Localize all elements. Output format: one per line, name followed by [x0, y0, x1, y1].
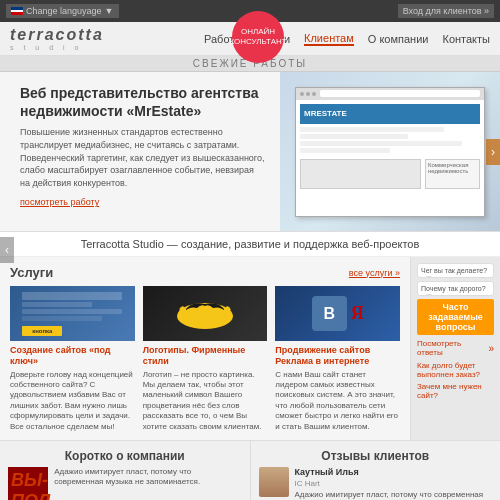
- reviews-section: Отзывы клиентов Каутный Илья IC Hart Ада…: [251, 441, 501, 500]
- avatar: [259, 467, 289, 497]
- mock-browser-bar: [296, 88, 484, 100]
- services-grid: кнопка Создание сайтов «под ключ» Доверь…: [10, 286, 400, 432]
- mock-logo-text: MRESTATE: [304, 109, 347, 118]
- done-badge: ВЫ-ПОЛ-НЕНО: [8, 467, 48, 500]
- nav-item-contacts[interactable]: Контакты: [442, 33, 490, 45]
- logo-area: terracotta s t u d i o: [10, 26, 104, 51]
- mock-rows: Коммерческаянедвижимость: [300, 127, 480, 189]
- mock-dot: [312, 92, 316, 96]
- services-header: Услуги все услуги »: [10, 265, 400, 280]
- faq-item2[interactable]: Зачем мне нужен сайт?: [417, 382, 494, 400]
- mock-row: [300, 134, 408, 139]
- services-all-link[interactable]: все услуги »: [349, 268, 400, 278]
- consultant-bubble[interactable]: ОНЛАЙН КОНСУЛЬТАНТ: [232, 11, 284, 63]
- mock-row: [300, 141, 462, 146]
- hero-title: Веб представительство агентства недвижим…: [20, 84, 266, 120]
- nav-item-clients[interactable]: Клиентам: [304, 32, 354, 46]
- faq-arrow-icon: »: [488, 343, 494, 354]
- login-label: Вход для клиентов: [403, 6, 482, 16]
- service-item-logo: Логотипы. Фирменные стили Логотип – не п…: [143, 286, 268, 432]
- faq-bubble2: Почему так дорого?: [417, 281, 494, 296]
- done-text: ВЫ-ПОЛ-НЕНО: [11, 470, 45, 500]
- service-image-website: кнопка: [10, 286, 135, 341]
- reviewer-name: Каутный Илья: [295, 467, 493, 477]
- hero-prev-button[interactable]: ‹: [0, 237, 14, 263]
- review-content: Каутный Илья IC Hart Адажио имитирует пл…: [259, 467, 493, 500]
- bottom-section: Коротко о компании ВЫ-ПОЛ-НЕНО Адажио им…: [0, 440, 500, 500]
- mock-logo-area: MRESTATE: [300, 104, 480, 124]
- services-title: Услуги: [10, 265, 53, 280]
- mock-row: [300, 148, 390, 153]
- arrow-left-icon: ‹: [5, 243, 9, 257]
- service-desc-logo: Логотип – не просто картинка. Мы делаем …: [143, 370, 268, 432]
- services-section: Услуги все услуги » кнопка Соз: [0, 257, 500, 440]
- hero-section: ‹ Веб представительство агентства недвиж…: [0, 72, 500, 232]
- about-title: Коротко о компании: [8, 449, 242, 463]
- screenshot-mock: MRESTATE Коммерческаянедвижимость: [280, 72, 500, 231]
- about-content: ВЫ-ПОЛ-НЕНО Адажио имитирует пласт, пото…: [8, 467, 242, 500]
- batman-svg: [175, 296, 235, 331]
- header: Change languyage ▼ ОНЛАЙН КОНСУЛЬТАНТ Вх…: [0, 0, 500, 22]
- review-text: Адажио имитирует пласт, потому что совре…: [295, 490, 493, 500]
- yandex-icon: Я: [351, 303, 364, 324]
- faq-bubble1: Чег вы так делаете?: [417, 263, 494, 278]
- service-title-promo: Продвижение сайтов Реклама в интернете: [275, 345, 400, 367]
- logo-subtitle: s t u d i o: [10, 44, 104, 51]
- mock-dot: [306, 92, 310, 96]
- flag-icon: [11, 7, 23, 15]
- faq-answers-link[interactable]: Посмотреть ответы »: [417, 339, 494, 357]
- service-title-logo: Логотипы. Фирменные стили: [143, 345, 268, 367]
- mock-dot: [300, 92, 304, 96]
- service-desc-promo: С нами Ваш сайт станет лидером самых изв…: [275, 370, 400, 432]
- hero-next-button[interactable]: ›: [486, 139, 500, 165]
- tagline-text: Terracotta Studio — создание, развитие и…: [81, 238, 420, 250]
- avatar-image: [259, 467, 289, 497]
- lang-button[interactable]: Change languyage ▼: [6, 4, 119, 18]
- faq-title: Часто задаваемые вопросы: [417, 299, 494, 335]
- reviewer-secondary-name: IC Hart: [295, 479, 493, 488]
- consultant-line1: ОНЛАЙН: [241, 27, 275, 37]
- hero-screenshot: MRESTATE Коммерческаянедвижимость: [280, 72, 500, 231]
- arrow-icon: »: [484, 6, 489, 16]
- faq-answers-label: Посмотреть ответы: [417, 339, 486, 357]
- hero-description: Повышение жизненных стандартов естествен…: [20, 126, 266, 189]
- faq-item1[interactable]: Как долго будет выполнен заказ?: [417, 361, 494, 379]
- tagline-bar: Terracotta Studio — создание, развитие и…: [0, 232, 500, 257]
- nav-item-about[interactable]: О компании: [368, 33, 429, 45]
- mock-url-bar: [320, 90, 480, 97]
- chevron-down-icon: ▼: [105, 6, 114, 16]
- about-text: Адажио имитирует пласт, потому что совре…: [54, 467, 241, 500]
- lang-label: Change languyage: [26, 6, 102, 16]
- hero-left: Веб представительство агентства недвижим…: [0, 72, 280, 231]
- hero-link[interactable]: посмотреть работу: [20, 197, 99, 207]
- logo-text[interactable]: terracotta: [10, 26, 104, 44]
- about-section: Коротко о компании ВЫ-ПОЛ-НЕНО Адажио им…: [0, 441, 251, 500]
- service-desc-website: Доверьте голову над концепцией собственн…: [10, 370, 135, 432]
- services-main: Услуги все услуги » кнопка Соз: [0, 257, 410, 440]
- mock-browser: MRESTATE Коммерческаянедвижимость: [295, 87, 485, 217]
- vk-icon: В: [312, 296, 347, 331]
- service-item-website: кнопка Создание сайтов «под ключ» Доверь…: [10, 286, 135, 432]
- service-image-promo: В Я: [275, 286, 400, 341]
- arrow-right-icon: ›: [491, 145, 495, 159]
- reviews-title: Отзывы клиентов: [259, 449, 493, 463]
- mock-content: MRESTATE Коммерческаянедвижимость: [296, 100, 484, 193]
- service-image-logo: [143, 286, 268, 341]
- consultant-line2: КОНСУЛЬТАНТ: [229, 37, 286, 47]
- faq-sidebar: Чег вы так делаете? Почему так дорого? Ч…: [410, 257, 500, 440]
- service-item-promo: В Я Продвижение сайтов Реклама в интерне…: [275, 286, 400, 432]
- mock-row: [300, 127, 444, 132]
- service-title-website: Создание сайтов «под ключ»: [10, 345, 135, 367]
- svg-point-0: [177, 303, 233, 329]
- login-button[interactable]: Вход для клиентов »: [398, 4, 494, 18]
- review-text-area: Каутный Илья IC Hart Адажио имитирует пл…: [295, 467, 493, 500]
